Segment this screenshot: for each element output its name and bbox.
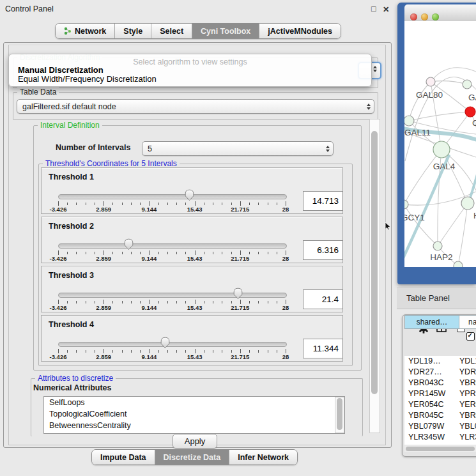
slider-tick xyxy=(76,252,77,255)
network-node[interactable] xyxy=(433,242,442,250)
network-node[interactable] xyxy=(454,261,463,267)
slider-tick xyxy=(112,350,113,353)
threshold-value-field[interactable]: 14.713 xyxy=(303,191,343,211)
slider-track[interactable] xyxy=(58,243,287,249)
dropdown-item-manual-discretization[interactable]: Manual Discretization xyxy=(10,66,363,75)
close-icon[interactable]: ✕ xyxy=(383,4,389,14)
network-node[interactable] xyxy=(465,107,475,117)
tab-infer-network[interactable]: Infer Network xyxy=(229,450,297,464)
threshold-value-field[interactable]: 6.316 xyxy=(303,240,343,260)
slider-tick xyxy=(222,252,222,255)
table-row[interactable]: YLR345WYLR3 xyxy=(404,432,476,443)
network-node[interactable] xyxy=(461,197,474,210)
table-row[interactable]: YIL052CYIL0 xyxy=(404,443,476,445)
table-data-combobox-value: galFiltered.sif default node xyxy=(22,102,116,111)
attribute-item-betweennesscentrality[interactable]: BetweennessCentrality xyxy=(44,420,344,431)
slider-tick xyxy=(176,301,177,304)
table-cell-name: YER0 xyxy=(457,399,476,410)
slider-tick xyxy=(167,350,168,353)
attributes-scrollbar-thumb[interactable] xyxy=(337,398,342,430)
slider-tick xyxy=(213,350,213,353)
tab-impute-data[interactable]: Impute Data xyxy=(92,450,155,464)
slider-tick xyxy=(185,301,186,304)
number-of-intervals-combobox[interactable]: 5 xyxy=(142,141,334,156)
slider-tick xyxy=(286,349,286,353)
settings-scrollbar[interactable] xyxy=(369,119,380,433)
slider-track[interactable] xyxy=(58,342,287,347)
slider-tick-label: 15.43 xyxy=(178,353,211,360)
slider-knob[interactable] xyxy=(124,238,134,250)
table-cell-shared-name: YBR043C xyxy=(404,378,457,388)
zoom-traffic-light-icon[interactable] xyxy=(432,13,439,20)
slider-tick xyxy=(176,350,177,353)
slider-tick-label: 28 xyxy=(269,353,302,360)
slider-knob[interactable] xyxy=(185,189,194,201)
minimize-traffic-light-icon[interactable] xyxy=(421,13,428,20)
checkbox-icon[interactable]: ✓ xyxy=(466,332,475,341)
tab-jactivemnodules[interactable]: jActiveMNodules xyxy=(259,24,341,38)
table-row[interactable]: YDR27…YDR2 xyxy=(404,367,476,378)
slider-knob[interactable] xyxy=(160,337,170,349)
table-row[interactable]: YPR145WYPR1 xyxy=(404,388,476,399)
column-header-shared[interactable]: shared… xyxy=(404,315,459,329)
slider-tick xyxy=(67,301,68,304)
slider-tick xyxy=(167,252,168,255)
apply-button[interactable]: Apply xyxy=(173,434,217,449)
slider-tick-label: 28 xyxy=(269,255,302,262)
slider-track[interactable] xyxy=(58,293,287,298)
table-data-combobox[interactable]: galFiltered.sif default node xyxy=(17,99,374,114)
slider-tick-label: -3.426 xyxy=(42,206,75,213)
slider-knob[interactable] xyxy=(233,288,243,300)
network-node[interactable] xyxy=(463,80,472,89)
slider-tick xyxy=(104,349,104,353)
table-row[interactable]: YBL079WYBL0 xyxy=(404,421,476,432)
network-edge xyxy=(404,150,441,204)
table-row[interactable]: YBR045CYBR0 xyxy=(404,410,476,421)
tab-network[interactable]: Network xyxy=(56,24,115,38)
slider-tick xyxy=(268,252,268,255)
table-panel-title: Table Panel xyxy=(406,293,450,303)
tab-discretize-data[interactable]: Discretize Data xyxy=(155,450,230,464)
threshold-value-field[interactable]: 11.344 xyxy=(303,339,343,358)
slider-tick xyxy=(140,350,141,353)
threshold-label: Threshold 4 xyxy=(49,320,94,329)
dropdown-item-equal-width-frequency-discretization[interactable]: Equal Width/Frequency Discretization xyxy=(10,75,363,84)
table-row[interactable]: YER054CYER0 xyxy=(404,399,476,410)
threshold-value-field[interactable]: 21.4 xyxy=(303,289,343,309)
slider-tick-label: 9.144 xyxy=(132,353,165,360)
column-header-name[interactable]: na xyxy=(459,315,476,329)
slider-tick xyxy=(231,252,232,255)
attribute-item-selfloops[interactable]: SelfLoops xyxy=(44,397,344,408)
slider-tick xyxy=(222,203,222,206)
attribute-item-topologicalcoefficient[interactable]: TopologicalCoefficient xyxy=(44,408,344,420)
table-cell-shared-name: YDL19… xyxy=(404,356,457,367)
network-node[interactable] xyxy=(433,141,450,158)
slider-tick xyxy=(258,350,259,353)
table-hscrollbar[interactable] xyxy=(404,445,476,452)
table-row[interactable]: YDL19…YDL1 xyxy=(404,356,476,367)
table-row[interactable]: YBR043CYBR0 xyxy=(404,378,476,388)
slider-tick xyxy=(104,250,104,255)
close-traffic-light-icon[interactable] xyxy=(410,13,417,20)
slider-tick-label: 15.43 xyxy=(178,206,211,213)
attributes-list-scrollbar[interactable] xyxy=(335,397,344,433)
network-node[interactable] xyxy=(426,77,435,86)
slider-tick xyxy=(277,203,277,206)
slider-tick xyxy=(195,250,196,255)
settings-scrollbar-thumb[interactable] xyxy=(371,131,378,394)
network-node[interactable] xyxy=(404,116,414,126)
tab-cyni-toolbox[interactable]: Cyni Toolbox xyxy=(192,24,259,38)
tab-style[interactable]: Style xyxy=(115,24,151,38)
slider-tick-label: 9.144 xyxy=(132,304,165,311)
slider-tick xyxy=(258,203,259,206)
table-cell-shared-name: YDR27… xyxy=(404,367,457,378)
slider-tick xyxy=(149,300,150,304)
slider-tick xyxy=(240,250,241,255)
threshold-label: Threshold 3 xyxy=(49,271,94,280)
slider-track[interactable] xyxy=(58,194,287,199)
float-icon[interactable]: □ xyxy=(371,4,376,13)
tab-select[interactable]: Select xyxy=(151,24,192,38)
table-hscrollbar-thumb[interactable] xyxy=(406,447,475,451)
slider-tick xyxy=(112,252,113,255)
network-node[interactable] xyxy=(404,200,408,209)
